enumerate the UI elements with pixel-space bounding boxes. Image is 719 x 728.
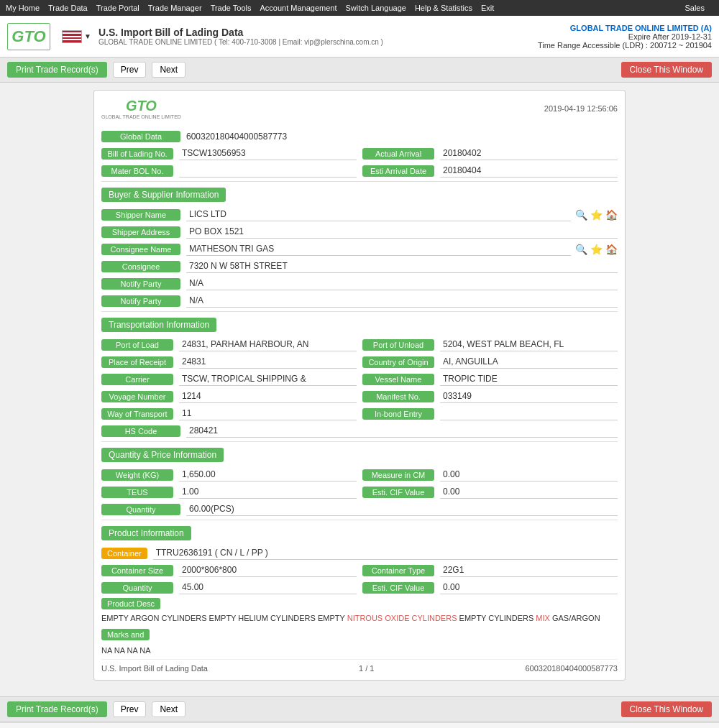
- print-record-button-bottom[interactable]: Print Trade Record(s): [7, 701, 107, 717]
- header-bar: GTO ▼ U.S. Import Bill of Lading Data GL…: [0, 16, 719, 57]
- manifest-field: Manifest No. 033149: [362, 390, 618, 403]
- next-button-top[interactable]: Next: [152, 62, 186, 78]
- actual-arrival-value: 20180402: [440, 147, 618, 160]
- global-data-row: Global Data 600320180404000587773: [101, 131, 618, 142]
- actual-arrival-label: Actual Arrival: [362, 148, 434, 160]
- port-load-label: Port of Load: [101, 339, 173, 351]
- card-logo-subtitle: GLOBAL TRADE ONLINE LIMITED: [101, 114, 181, 119]
- logo-area: GTO: [7, 23, 50, 50]
- weight-value: 1,650.00: [179, 468, 357, 482]
- measure-label: Measure in CM: [362, 469, 434, 481]
- nav-trade-manager[interactable]: Trade Manager: [148, 4, 202, 12]
- carrier-vessel-row: Carrier TSCW, TROPICAL SHIPPING & Vessel…: [101, 372, 618, 386]
- container-type-label: Container Type: [362, 565, 434, 576]
- container-value: TTRU2636191 ( CN / L / PP ): [153, 546, 618, 560]
- divider-3: [101, 441, 618, 442]
- flag-dropdown[interactable]: ▼: [62, 30, 91, 43]
- vessel-name-value: TROPIC TIDE: [440, 372, 618, 386]
- actual-arrival-field: Actual Arrival 20180402: [362, 147, 618, 160]
- carrier-label: Carrier: [101, 374, 173, 385]
- notify-party2-label: Notify Party: [101, 295, 180, 307]
- company-logo: GTO: [7, 23, 50, 50]
- master-bol-row: Mater BOL No. Esti Arrival Date 20180404: [101, 164, 618, 178]
- mix-highlight: MIX: [536, 614, 550, 622]
- receipt-origin-row: Place of Receipt 24831 Country of Origin…: [101, 355, 618, 369]
- nav-sales[interactable]: Sales: [684, 4, 705, 12]
- carrier-field: Carrier TSCW, TROPICAL SHIPPING &: [101, 372, 357, 386]
- home-icon-consignee[interactable]: 🏠: [605, 244, 618, 255]
- home-icon-shipper[interactable]: 🏠: [605, 209, 618, 221]
- product-esti-cif-field: Esti. CIF Value 0.00: [362, 581, 618, 594]
- country-origin-label: Country of Origin: [362, 356, 434, 368]
- nav-exit[interactable]: Exit: [481, 4, 494, 12]
- voyage-manifest-row: Voyage Number 1214 Manifest No. 033149: [101, 390, 618, 403]
- search-icon-shipper[interactable]: 🔍: [575, 209, 587, 221]
- notify-party2-row: Notify Party N/A: [101, 294, 618, 308]
- way-transport-field: Way of Transport 11: [101, 407, 357, 420]
- close-window-button-top[interactable]: Close This Window: [621, 62, 712, 78]
- product-desc-text: EMPTY ARGON CYLINDERS EMPTY HELIUM CYLIN…: [101, 612, 618, 625]
- shipper-name-row: Shipper Name LICS LTD 🔍 ⭐ 🏠: [101, 208, 618, 221]
- nav-trade-data[interactable]: Trade Data: [48, 4, 88, 12]
- nav-trade-portal[interactable]: Trade Portal: [96, 4, 139, 12]
- divider-1: [101, 181, 618, 182]
- prev-button-top[interactable]: Prev: [113, 62, 147, 78]
- way-transport-value: 11: [179, 407, 357, 420]
- print-record-button-top[interactable]: Print Trade Record(s): [7, 62, 107, 78]
- nav-trade-tools[interactable]: Trade Tools: [211, 4, 252, 12]
- divider-4: [101, 520, 618, 520]
- header-title-area: U.S. Import Bill of Lading Data GLOBAL T…: [99, 27, 538, 46]
- consignee-value: 7320 N W 58TH STREET: [186, 259, 618, 273]
- transportation-header: Transportation Information: [101, 318, 216, 332]
- consignee-name-row: Consignee Name MATHESON TRI GAS 🔍 ⭐ 🏠: [101, 242, 618, 256]
- close-window-button-bottom[interactable]: Close This Window: [621, 701, 712, 717]
- nav-help-statistics[interactable]: Help & Statistics: [415, 4, 472, 12]
- consignee-row: Consignee 7320 N W 58TH STREET: [101, 259, 618, 273]
- master-bol-field: Mater BOL No.: [101, 164, 357, 178]
- buyer-supplier-header: Buyer & Supplier Information: [101, 188, 226, 202]
- nav-switch-language[interactable]: Switch Language: [346, 4, 406, 12]
- shipper-name-label: Shipper Name: [101, 209, 180, 221]
- way-transport-label: Way of Transport: [101, 408, 173, 420]
- next-button-bottom[interactable]: Next: [152, 701, 186, 717]
- transportation-section: Transportation Information Port of Load …: [101, 318, 618, 438]
- search-icon-consignee[interactable]: 🔍: [575, 244, 587, 255]
- teus-cif-row: TEUS 1.00 Esti. CIF Value 0.00: [101, 485, 618, 499]
- container-size-type-row: Container Size 2000*806*800 Container Ty…: [101, 563, 618, 577]
- weight-field: Weight (KG) 1,650.00: [101, 468, 357, 482]
- teus-value: 1.00: [179, 485, 357, 499]
- card-footer-left: U.S. Import Bill of Lading Data: [101, 664, 208, 673]
- star-icon-consignee[interactable]: ⭐: [590, 244, 603, 255]
- ports-row: Port of Load 24831, PARHAM HARBOUR, AN P…: [101, 338, 618, 351]
- shipper-address-row: Shipper Address PO BOX 1521: [101, 225, 618, 239]
- country-origin-field: Country of Origin AI, ANGUILLA: [362, 355, 618, 369]
- inbond-label: In-bond Entry: [362, 408, 434, 420]
- consignee-label: Consignee: [101, 261, 180, 272]
- port-load-value: 24831, PARHAM HARBOUR, AN: [179, 338, 357, 351]
- place-receipt-field: Place of Receipt 24831: [101, 355, 357, 369]
- quantity-price-header: Quantity & Price Information: [101, 448, 224, 462]
- voyage-field: Voyage Number 1214: [101, 390, 357, 403]
- page-footer: 苏ICP备14033305号 Company Website | Global …: [0, 722, 719, 729]
- flag-dropdown-arrow[interactable]: ▼: [84, 32, 91, 40]
- weight-label: Weight (KG): [101, 469, 173, 481]
- nav-account-management[interactable]: Account Management: [260, 4, 337, 12]
- place-receipt-label: Place of Receipt: [101, 356, 173, 368]
- nav-my-home[interactable]: My Home: [6, 4, 40, 12]
- esti-cif-value: 0.00: [440, 485, 618, 499]
- consignee-name-icons: 🔍 ⭐ 🏠: [575, 244, 618, 255]
- card-header: GTO GLOBAL TRADE ONLINE LIMITED 2019-04-…: [101, 98, 618, 124]
- star-icon-shipper[interactable]: ⭐: [590, 209, 603, 221]
- header-right-info: GLOBAL TRADE ONLINE LIMITED (A) Expire A…: [538, 24, 712, 50]
- carrier-value: TSCW, TROPICAL SHIPPING &: [179, 372, 357, 386]
- esti-arrival-label: Esti Arrival Date: [362, 165, 434, 177]
- inbond-field: In-bond Entry: [362, 407, 618, 420]
- container-row: Container TTRU2636191 ( CN / L / PP ): [101, 546, 618, 560]
- notify-party1-value: N/A: [186, 277, 618, 290]
- quantity-price-section: Quantity & Price Information Weight (KG)…: [101, 448, 618, 516]
- port-load-field: Port of Load 24831, PARHAM HARBOUR, AN: [101, 338, 357, 351]
- shipper-address-value: PO BOX 1521: [186, 225, 618, 239]
- container-type-field: Container Type 22G1: [362, 563, 618, 577]
- prev-button-bottom[interactable]: Prev: [113, 701, 147, 717]
- voyage-label: Voyage Number: [101, 391, 173, 402]
